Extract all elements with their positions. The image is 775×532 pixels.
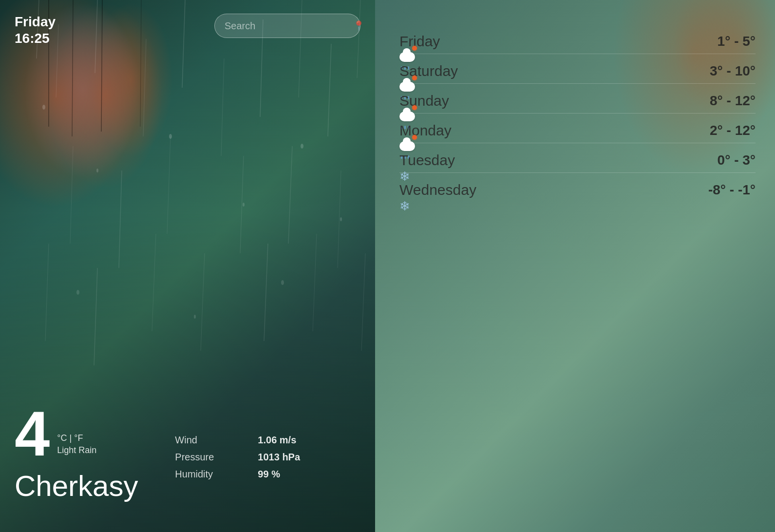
pressure-stat: Pressure 1013 hPa (175, 452, 300, 463)
current-time: 16:25 (15, 30, 56, 47)
svg-point-31 (281, 280, 284, 285)
left-panel: Friday 16:25 📍 Wind 1.06 m/s Pressure 10… (0, 0, 375, 532)
svg-point-28 (340, 217, 342, 221)
forecast-item: Sunday 8° - 12° (399, 84, 756, 114)
wind-value: 1.06 m/s (258, 435, 296, 446)
forecast-day-label: Wednesday (399, 182, 497, 198)
forecast-temp-range: 0° - 3° (718, 152, 756, 168)
svg-line-22 (361, 253, 365, 351)
svg-line-19 (201, 253, 205, 351)
svg-line-14 (288, 146, 292, 244)
search-bar[interactable]: 📍 (214, 14, 360, 38)
svg-line-12 (167, 136, 170, 234)
forecast-temp-range: 2° - 12° (710, 123, 756, 138)
wind-stat: Wind 1.06 m/s (175, 435, 300, 446)
svg-point-26 (243, 203, 245, 207)
condition-label: Light Rain (57, 445, 96, 456)
svg-point-25 (169, 134, 172, 139)
search-input[interactable] (225, 20, 348, 32)
date-time: Friday 16:25 (15, 14, 56, 46)
right-panel: Friday 1° - 5°Saturday (375, 0, 775, 532)
header: Friday 16:25 📍 (0, 0, 375, 56)
forecast-item: Friday 1° - 5° (399, 24, 756, 54)
svg-line-13 (240, 156, 244, 253)
forecast-item: Tuesday❄0° - 3° (399, 143, 756, 173)
current-day: Friday (15, 14, 56, 30)
svg-point-30 (194, 315, 196, 319)
temp-row: 4 °C | °F Light Rain (15, 402, 138, 465)
location-icon[interactable]: 📍 (353, 20, 365, 32)
pressure-value: 1013 hPa (258, 452, 300, 463)
temp-units: °C | °F Light Rain (57, 433, 96, 465)
svg-point-29 (76, 290, 79, 295)
current-weather: 4 °C | °F Light Rain Cherkasy (15, 402, 138, 503)
weather-stats: Wind 1.06 m/s Pressure 1013 hPa Humidity… (175, 435, 300, 486)
svg-line-20 (264, 244, 268, 341)
svg-line-5 (221, 58, 224, 156)
forecast-temp-range: 1° - 5° (718, 34, 756, 49)
forecast-item: Monday 2° - 12° (399, 114, 756, 143)
svg-line-18 (152, 234, 156, 331)
svg-line-16 (45, 244, 49, 341)
forecast-container: Friday 1° - 5°Saturday (399, 24, 756, 202)
forecast-weather-icon: ❄ (399, 198, 429, 214)
svg-point-23 (42, 105, 45, 110)
svg-line-8 (328, 44, 331, 136)
forecast-temp-range: -8° - -1° (708, 182, 756, 198)
humidity-label: Humidity (175, 469, 228, 480)
forecast-item: Wednesday❄-8° - -1° (399, 173, 756, 202)
forecast-temp-range: 8° - 12° (710, 93, 756, 109)
forecast-temp-range: 3° - 10° (710, 63, 756, 79)
wind-label: Wind (175, 435, 228, 446)
svg-line-11 (119, 171, 122, 268)
city-name: Cherkasy (15, 469, 138, 503)
pressure-label: Pressure (175, 452, 228, 463)
humidity-stat: Humidity 99 % (175, 469, 300, 480)
svg-line-10 (70, 146, 73, 244)
humidity-value: 99 % (258, 469, 280, 480)
unit-label: °C | °F (57, 433, 96, 443)
svg-point-24 (96, 169, 98, 172)
svg-point-27 (301, 144, 303, 149)
svg-line-15 (338, 171, 341, 268)
temperature-display: 4 (15, 402, 50, 465)
svg-line-17 (94, 268, 97, 365)
forecast-day-label: Tuesday (399, 152, 497, 169)
forecast-item: Saturday 3° - 10° (399, 54, 756, 84)
svg-line-21 (313, 234, 317, 331)
